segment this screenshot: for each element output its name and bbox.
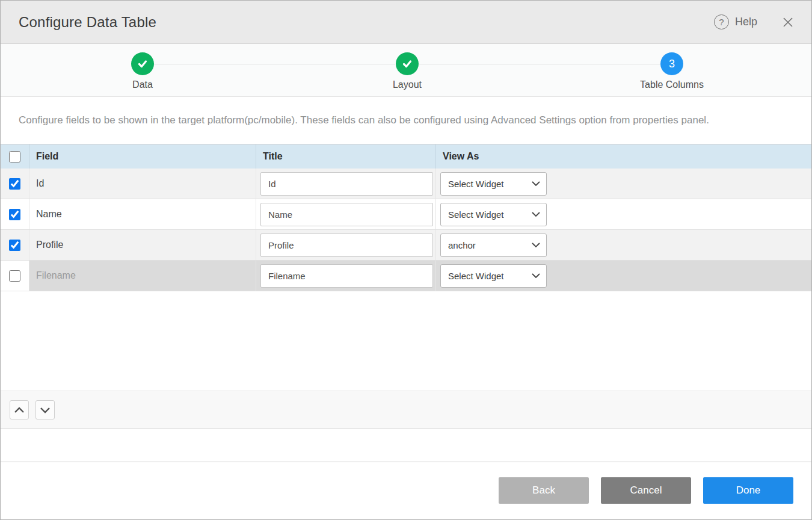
- table-header-row: Field Title View As: [1, 144, 811, 169]
- dialog-footer: Back Cancel Done: [1, 462, 811, 519]
- title-cell: [256, 230, 436, 260]
- column-header-label: Title: [256, 151, 283, 162]
- title-input[interactable]: [260, 234, 433, 257]
- step-number-badge: 3: [660, 52, 683, 75]
- field-cell: Id: [29, 169, 256, 199]
- check-icon: [131, 52, 154, 75]
- back-button[interactable]: Back: [499, 477, 589, 504]
- column-header-view-as: View As: [436, 144, 811, 169]
- field-cell: Profile: [29, 230, 256, 260]
- select-all-checkbox[interactable]: [9, 151, 20, 162]
- step-layout[interactable]: Layout: [341, 52, 473, 90]
- table-row: Filename Select Widget: [1, 261, 811, 291]
- title-input[interactable]: [260, 203, 433, 226]
- row-checkbox[interactable]: [9, 240, 20, 251]
- chevron-down-icon: [40, 407, 51, 413]
- description-text: Configure fields to be shown in the targ…: [1, 97, 811, 144]
- cancel-button[interactable]: Cancel: [601, 477, 691, 504]
- dialog-header: Configure Data Table ? Help: [1, 1, 811, 44]
- view-as-cell: anchor: [436, 230, 811, 260]
- question-circle-icon: ?: [714, 14, 729, 29]
- column-header-field: Field: [29, 144, 256, 169]
- chevron-up-icon: [14, 407, 25, 413]
- done-button[interactable]: Done: [703, 477, 793, 504]
- view-as-cell: Select Widget: [436, 169, 811, 199]
- table-row: Id Select Widget: [1, 169, 811, 199]
- title-cell: [256, 169, 436, 199]
- field-cell: Name: [29, 199, 256, 229]
- step-label: Data: [76, 79, 209, 90]
- field-label: Id: [29, 178, 44, 189]
- title-cell: [256, 261, 436, 291]
- field-label: Name: [29, 209, 62, 220]
- question-glyph: ?: [719, 17, 724, 27]
- view-as-select-wrap: Select Widget: [440, 264, 547, 288]
- step-label: Layout: [341, 79, 473, 90]
- row-checkbox-cell: [1, 261, 29, 291]
- field-label: Filename: [29, 270, 76, 281]
- row-checkbox[interactable]: [9, 270, 20, 282]
- view-as-cell: Select Widget: [436, 199, 811, 229]
- view-as-select[interactable]: Select Widget: [441, 203, 546, 226]
- table-row: Profile anchor: [1, 230, 811, 261]
- step-number: 3: [669, 58, 675, 70]
- help-label: Help: [735, 16, 757, 28]
- row-checkbox-cell: [1, 169, 29, 199]
- reorder-bar: [1, 391, 811, 429]
- view-as-select[interactable]: Select Widget: [441, 265, 546, 287]
- column-header-title: Title: [256, 144, 436, 169]
- help-button[interactable]: ? Help: [714, 14, 757, 29]
- field-cell: Filename: [29, 261, 256, 291]
- close-icon[interactable]: [781, 16, 795, 29]
- view-as-select-wrap: anchor: [440, 234, 547, 257]
- configure-data-table-dialog: Configure Data Table ? Help Data: [0, 0, 812, 520]
- check-icon: [396, 52, 419, 75]
- column-header-label: Field: [29, 151, 58, 162]
- view-as-select[interactable]: anchor: [441, 234, 546, 256]
- row-checkbox-cell: [1, 230, 29, 260]
- spacer: [1, 429, 811, 462]
- step-data[interactable]: Data: [76, 52, 209, 90]
- row-checkbox[interactable]: [9, 178, 20, 190]
- row-checkbox[interactable]: [9, 209, 20, 220]
- field-label: Profile: [29, 240, 63, 250]
- step-label: Table Columns: [606, 79, 738, 90]
- table-empty-area: [1, 291, 811, 391]
- view-as-select-wrap: Select Widget: [440, 203, 547, 226]
- dialog-title: Configure Data Table: [19, 14, 714, 31]
- view-as-select[interactable]: Select Widget: [441, 173, 546, 195]
- title-input[interactable]: [260, 264, 433, 288]
- move-up-button[interactable]: [10, 400, 29, 419]
- row-checkbox-cell: [1, 199, 29, 229]
- title-input[interactable]: [260, 172, 433, 196]
- select-all-cell: [1, 144, 29, 169]
- move-down-button[interactable]: [35, 400, 55, 419]
- step-table-columns[interactable]: 3 Table Columns: [606, 52, 738, 90]
- view-as-select-wrap: Select Widget: [440, 172, 547, 196]
- wizard-stepper: Data Layout 3 Table Columns: [1, 44, 811, 97]
- title-cell: [256, 199, 436, 229]
- table-row: Name Select Widget: [1, 199, 811, 230]
- column-header-label: View As: [436, 151, 479, 162]
- view-as-cell: Select Widget: [436, 261, 811, 291]
